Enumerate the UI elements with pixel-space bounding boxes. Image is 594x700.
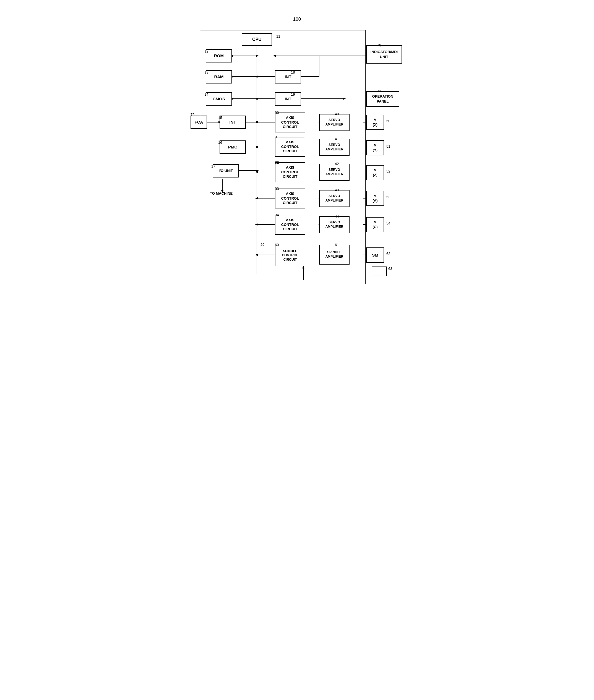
svg-marker-42	[255, 146, 258, 148]
fca-ref: 72	[191, 112, 194, 116]
servo44-ref: 44	[335, 214, 339, 219]
mz-block: M (Z)	[366, 165, 384, 180]
servo42-ref: 42	[335, 162, 339, 166]
box63-block	[372, 267, 387, 276]
cpu-block: CPU	[242, 33, 272, 46]
servo43-ref: 43	[335, 188, 339, 192]
mc-ref: 54	[386, 221, 390, 225]
svg-marker-18	[256, 98, 259, 100]
axis32-ref: 32	[275, 160, 279, 165]
svg-marker-10	[256, 75, 259, 78]
ma-block: M (A)	[366, 191, 384, 206]
cmos-ref: 14	[204, 92, 208, 97]
int15-ref: 15	[218, 115, 222, 120]
svg-marker-52	[255, 197, 258, 199]
svg-marker-26	[256, 121, 259, 123]
fca-block: FCA	[191, 115, 207, 129]
indicator-block: INDICATOR/MDI UNIT	[366, 45, 402, 64]
sm-ref: 62	[386, 252, 390, 256]
my-block: M (Y)	[366, 140, 384, 155]
svg-marker-13	[255, 75, 258, 78]
svg-marker-21	[255, 98, 258, 100]
diagram-wrapper: CPU 11 ROM 12 RAM 13 CMOS 14 INT 15 PMC …	[189, 28, 405, 294]
cmos-block: CMOS	[206, 92, 232, 106]
spindle61-ref: 61	[335, 243, 339, 247]
int15-block: INT	[220, 115, 246, 129]
mx-ref: 50	[386, 119, 390, 123]
servo40-block: SERVO AMPLIFIER	[319, 114, 350, 131]
axis34-ref: 34	[275, 213, 279, 217]
svg-marker-29	[256, 146, 259, 148]
axis33-ref: 33	[275, 187, 279, 191]
sm-block: SM	[366, 247, 384, 263]
axis30-block: AXIS CONTROL CIRCUIT	[275, 112, 305, 132]
axis31-ref: 31	[275, 135, 279, 139]
indicator-ref: 70	[377, 43, 381, 47]
axis32-block: AXIS CONTROL CIRCUIT	[275, 162, 305, 182]
int19-ref: 19	[291, 92, 295, 97]
mz-ref: 52	[386, 169, 390, 173]
my-ref: 51	[386, 144, 390, 148]
rom-block: ROM	[206, 49, 232, 63]
diagram-title: 100	[293, 16, 301, 22]
spindle60-block: SPINDLE CONTROL CIRCUIT	[275, 245, 305, 266]
ram-block: RAM	[206, 70, 232, 84]
ram-ref: 13	[204, 70, 208, 74]
axis34-block: AXIS CONTROL CIRCUIT	[275, 215, 305, 235]
svg-marker-37	[255, 121, 258, 123]
ma-ref: 53	[386, 195, 390, 199]
op-panel-ref: 71	[377, 89, 381, 93]
svg-marker-47	[255, 171, 258, 173]
bus20-ref: 20	[261, 242, 264, 246]
svg-marker-62	[255, 254, 258, 256]
pmc-block: PMC	[220, 140, 246, 154]
servo41-block: SERVO AMPLIFIER	[319, 139, 350, 156]
servo43-block: SERVO AMPLIFIER	[319, 190, 350, 207]
pmc-ref: 16	[218, 140, 222, 144]
servo42-block: SERVO AMPLIFIER	[319, 164, 350, 181]
int18-ref: 18	[291, 70, 295, 74]
int19-block: INT	[275, 92, 301, 106]
svg-marker-32	[256, 169, 259, 172]
servo44-block: SERVO AMPLIFIER	[319, 216, 350, 233]
io-ref: 17	[211, 164, 215, 168]
operation-panel-block: OPERATION PANEL	[366, 91, 399, 107]
spindle61-block: SPINDLE AMPLIFIER	[319, 245, 350, 265]
cpu-ref: 11	[276, 34, 280, 38]
axis33-block: AXIS CONTROL CIRCUIT	[275, 189, 305, 208]
int18-block: INT	[275, 70, 301, 84]
svg-marker-7	[273, 55, 276, 57]
svg-marker-4	[256, 55, 259, 57]
svg-marker-57	[255, 223, 258, 226]
axis30-ref: 30	[275, 110, 279, 115]
servo40-ref: 40	[335, 112, 339, 116]
rom-ref: 12	[204, 49, 208, 53]
box63-ref: 63	[388, 267, 392, 271]
axis31-block: AXIS CONTROL CIRCUIT	[275, 137, 305, 157]
mc-block: M (C)	[366, 217, 384, 232]
servo41-ref: 41	[335, 137, 339, 141]
svg-marker-23	[343, 98, 346, 100]
spindle60-ref: 60	[275, 243, 279, 247]
io-unit-block: I/O UNIT	[213, 164, 239, 177]
to-machine-label: TO MACHINE	[210, 191, 233, 196]
mx-block: M (X)	[366, 115, 384, 130]
